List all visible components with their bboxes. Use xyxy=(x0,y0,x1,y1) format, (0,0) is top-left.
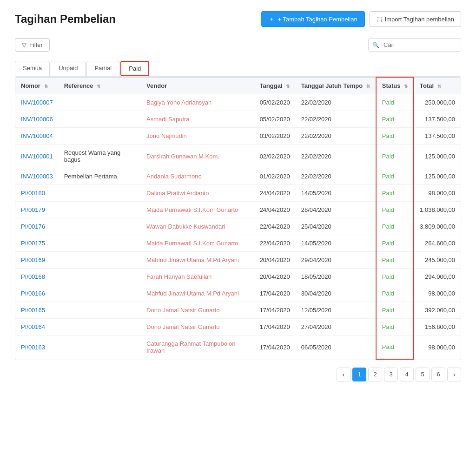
cell-status: Paid xyxy=(376,168,414,185)
cell-reference xyxy=(59,94,141,111)
cell-vendor: Dalima Pratiwi Ardianto xyxy=(141,185,254,202)
cell-total: 1.038.000,00 xyxy=(414,202,461,218)
cell-jatuh-tempo: 30/04/2020 xyxy=(296,285,376,302)
cell-tanggal: 17/04/2020 xyxy=(254,335,296,359)
cell-total: 98.000,00 xyxy=(414,285,461,302)
toolbar: ▽ Filter 🔍 xyxy=(15,38,461,52)
cell-total: 125.000,00 xyxy=(414,168,461,185)
cell-status: Paid xyxy=(376,145,414,168)
prev-page-button[interactable]: ‹ xyxy=(337,368,350,381)
col-reference: Reference ⇅ xyxy=(59,77,141,94)
cell-nomor[interactable]: PI/00163 xyxy=(15,335,59,359)
cell-jatuh-tempo: 18/05/2020 xyxy=(296,269,376,285)
page-button-5[interactable]: 5 xyxy=(416,368,430,381)
page-button-6[interactable]: 6 xyxy=(431,368,445,381)
cell-nomor[interactable]: PI/00180 xyxy=(15,185,59,202)
page-button-1[interactable]: 1 xyxy=(352,368,366,381)
cell-nomor[interactable]: PI/00179 xyxy=(15,202,59,218)
cell-nomor[interactable]: PI/00168 xyxy=(15,269,59,285)
cell-nomor[interactable]: INV/100004 xyxy=(15,128,59,145)
invoices-table: Nomor ⇅ Reference ⇅ Vendor Tanggal ⇅ Tan… xyxy=(15,77,461,360)
cell-nomor[interactable]: PI/00165 xyxy=(15,302,59,319)
cell-jatuh-tempo: 25/04/2020 xyxy=(296,218,376,235)
tab-semua[interactable]: Semua xyxy=(15,61,50,76)
cell-jatuh-tempo: 27/04/2020 xyxy=(296,319,376,335)
tab-partial[interactable]: Partial xyxy=(86,61,119,76)
cell-nomor[interactable]: INV/100007 xyxy=(15,94,59,111)
cell-vendor: Asmadi Saputra xyxy=(141,111,254,128)
filter-icon: ▽ xyxy=(22,41,26,48)
cell-total: 3.809.000,00 xyxy=(414,218,461,235)
page-button-3[interactable]: 3 xyxy=(384,368,398,381)
cell-nomor[interactable]: PI/00175 xyxy=(15,235,59,252)
cell-total: 264.600,00 xyxy=(414,235,461,252)
cell-nomor[interactable]: INV/100006 xyxy=(15,111,59,128)
cell-status: Paid xyxy=(376,202,414,218)
sort-icon-nomor: ⇅ xyxy=(44,84,48,89)
cell-reference xyxy=(59,128,141,145)
cell-total: 156.800,00 xyxy=(414,319,461,335)
cell-nomor[interactable]: PI/00176 xyxy=(15,218,59,235)
cell-reference xyxy=(59,185,141,202)
filter-button[interactable]: ▽ Filter xyxy=(15,38,50,52)
sort-icon-reference: ⇅ xyxy=(97,84,100,89)
cell-total: 125.000,00 xyxy=(414,145,461,168)
cell-nomor[interactable]: PI/00166 xyxy=(15,285,59,302)
table-row: PI/00163 Caturangga Rahmat Tampubolon Ir… xyxy=(15,335,461,359)
cell-nomor[interactable]: INV/100003 xyxy=(15,168,59,185)
cell-status: Paid xyxy=(376,94,414,111)
table-body: INV/100007 Bagiya Yono Adriansyah 05/02/… xyxy=(15,94,461,359)
cell-total: 294.000,00 xyxy=(414,269,461,285)
table-row: PI/00169 Mahfud Jinawi Utama M.Pd Aryani… xyxy=(15,252,461,269)
cell-jatuh-tempo: 22/02/2020 xyxy=(296,94,376,111)
page-button-4[interactable]: 4 xyxy=(400,368,414,381)
cell-reference xyxy=(59,202,141,218)
cell-reference xyxy=(59,111,141,128)
cell-vendor: Caturangga Rahmat Tampubolon Irawan xyxy=(141,335,254,359)
col-status: Status ⇅ xyxy=(376,77,414,94)
cell-tanggal: 20/04/2020 xyxy=(254,269,296,285)
cell-total: 392.000,00 xyxy=(414,302,461,319)
import-tagihan-button[interactable]: ⬚ Import Tagihan pembelian xyxy=(370,11,461,27)
cell-nomor[interactable]: PI/00164 xyxy=(15,319,59,335)
cell-total: 98.000,00 xyxy=(414,335,461,359)
cell-jatuh-tempo: 29/04/2020 xyxy=(296,252,376,269)
cell-tanggal: 17/04/2020 xyxy=(254,319,296,335)
cell-vendor: Mahfud Jinawi Utama M.Pd Aryani xyxy=(141,252,254,269)
cell-reference: Pembelian Pertama xyxy=(59,168,141,185)
cell-tanggal: 24/04/2020 xyxy=(254,185,296,202)
cell-total: 250.000,00 xyxy=(414,94,461,111)
cell-nomor[interactable]: PI/00169 xyxy=(15,252,59,269)
cell-reference xyxy=(59,218,141,235)
cell-reference xyxy=(59,269,141,285)
cell-jatuh-tempo: 06/05/2020 xyxy=(296,335,376,359)
col-vendor: Vendor xyxy=(141,77,254,94)
col-total: Total ⇅ xyxy=(414,77,461,94)
table-row: INV/100007 Bagiya Yono Adriansyah 05/02/… xyxy=(15,94,461,111)
cell-status: Paid xyxy=(376,252,414,269)
search-input[interactable] xyxy=(368,38,461,52)
cell-nomor[interactable]: INV/100001 xyxy=(15,145,59,168)
next-page-button[interactable]: › xyxy=(447,368,461,381)
cell-total: 137.500,00 xyxy=(414,128,461,145)
table-row: PI/00180 Dalima Pratiwi Ardianto 24/04/2… xyxy=(15,185,461,202)
add-tagihan-button[interactable]: ＋ + Tambah Tagihan Pembelian xyxy=(261,11,364,27)
page-button-2[interactable]: 2 xyxy=(368,368,382,381)
cell-tanggal: 03/02/2020 xyxy=(254,128,296,145)
cell-jatuh-tempo: 12/05/2020 xyxy=(296,302,376,319)
cell-reference xyxy=(59,285,141,302)
tabs: Semua Unpaid Partial Paid xyxy=(15,61,461,76)
cell-status: Paid xyxy=(376,128,414,145)
tab-unpaid[interactable]: Unpaid xyxy=(51,61,86,76)
cell-jatuh-tempo: 22/02/2020 xyxy=(296,145,376,168)
cell-reference: Request Warna yang bagus xyxy=(59,145,141,168)
table-row: INV/100004 Jono Najmudin 03/02/2020 22/0… xyxy=(15,128,461,145)
tab-paid[interactable]: Paid xyxy=(120,61,149,76)
cell-status: Paid xyxy=(376,235,414,252)
cell-jatuh-tempo: 14/05/2020 xyxy=(296,235,376,252)
table-row: PI/00164 Dono Jamal Natsir Gunarto 17/04… xyxy=(15,319,461,335)
cell-vendor: Farah Hariyah Saefullah xyxy=(141,269,254,285)
cell-jatuh-tempo: 14/05/2020 xyxy=(296,185,376,202)
cell-total: 137.500,00 xyxy=(414,111,461,128)
cell-jatuh-tempo: 22/02/2020 xyxy=(296,128,376,145)
